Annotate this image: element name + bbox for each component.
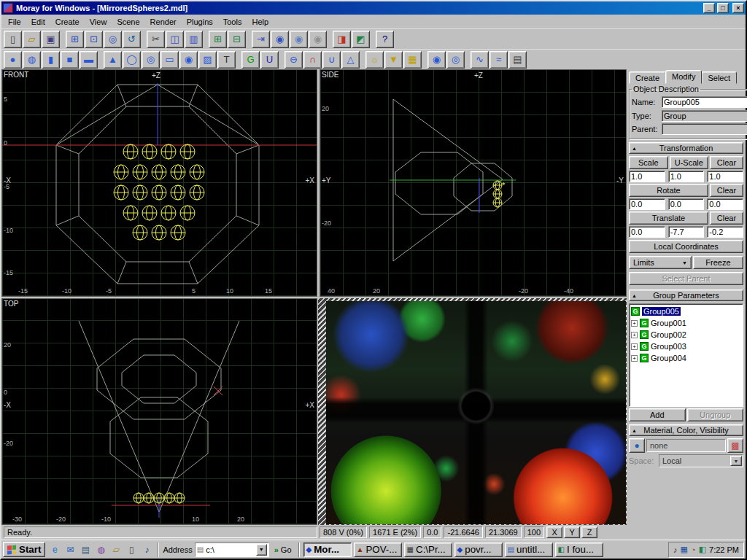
viewport-side[interactable]: * SIDE +Z +Y -Y 20-204020-20-40 <box>320 69 627 297</box>
create-rounded-box-button[interactable]: ▬ <box>80 51 98 69</box>
transformation-header[interactable]: ▲ Transformation <box>629 142 743 154</box>
material-preview-button[interactable]: ● <box>629 438 645 453</box>
menu-item-file[interactable]: File <box>3 16 26 28</box>
create-sphere-button[interactable]: ● <box>4 51 22 69</box>
scale-y-input[interactable] <box>668 171 705 182</box>
channels-icon[interactable]: ◍ <box>93 542 108 557</box>
create-blob-button[interactable]: ◉ <box>179 51 198 69</box>
rotate-y-input[interactable] <box>668 198 705 210</box>
create-cone-button[interactable]: ▲ <box>104 51 122 69</box>
scale-clear-button[interactable]: Clear <box>710 156 743 169</box>
create-cube-button[interactable]: ■ <box>61 51 79 69</box>
menu-item-render[interactable]: Render <box>145 16 182 28</box>
display-icon[interactable]: ▦ <box>681 545 688 554</box>
scale-x-input[interactable] <box>629 171 665 182</box>
group-tree[interactable]: GGroup005+GGroup001+GGroup002+GGroup003+… <box>629 303 743 407</box>
camera-target-button[interactable]: ◎ <box>446 51 465 69</box>
menu-item-create[interactable]: Create <box>50 16 85 28</box>
restore-button[interactable]: □ <box>717 3 729 13</box>
bounding-object-button[interactable]: △ <box>341 51 360 69</box>
network-icon[interactable]: ◧ <box>699 545 706 554</box>
tab-select[interactable]: Select <box>701 71 737 84</box>
group-tree-item[interactable]: +GGroup001 <box>631 317 741 329</box>
copy-button[interactable]: ◫ <box>166 31 184 48</box>
taskbar-window-button[interactable]: ▦C:\Pr... <box>404 542 452 557</box>
point-light-button[interactable]: ☼ <box>365 51 384 69</box>
taskbar-window-button[interactable]: ◧I fou... <box>555 542 603 557</box>
tree-expander-icon[interactable]: + <box>631 343 638 350</box>
limits-dropdown[interactable]: Limits ▼ <box>629 256 692 269</box>
csg-merge-button[interactable]: ∪ <box>322 51 341 69</box>
select-parent-button[interactable]: Select Parent <box>629 272 743 285</box>
translate-y-input[interactable] <box>668 226 705 238</box>
tab-create[interactable]: Create <box>629 71 666 84</box>
scheduler-icon[interactable]: ◔ <box>691 545 696 554</box>
solid-view-button[interactable]: ⊡ <box>85 31 103 48</box>
tree-expander-icon[interactable]: + <box>631 332 638 338</box>
add-button[interactable]: Add <box>629 408 686 421</box>
document-icon[interactable]: ▯ <box>124 542 139 557</box>
zoom-extents-button[interactable]: ⇥ <box>252 31 270 48</box>
axis-y-button[interactable]: Y <box>564 526 580 538</box>
freeze-button[interactable]: Freeze <box>693 256 743 269</box>
dropdown-arrow-icon[interactable]: ▼ <box>730 456 742 466</box>
preview-view-button[interactable]: ◎ <box>104 31 122 48</box>
save-file-button[interactable]: ▣ <box>42 31 60 48</box>
outlook-icon[interactable]: ✉ <box>63 542 77 557</box>
menu-item-plugins[interactable]: Plugins <box>182 16 218 28</box>
folder-icon[interactable]: ▱ <box>109 542 123 557</box>
tree-expander-icon[interactable]: + <box>631 320 638 327</box>
taskbar-window-button[interactable]: ▤untitl... <box>505 542 553 557</box>
menu-item-help[interactable]: Help <box>247 16 274 28</box>
area-light-button[interactable]: ▦ <box>403 51 422 69</box>
translate-button[interactable]: Translate <box>629 211 708 225</box>
create-ellipsoid-button[interactable]: ◍ <box>23 51 41 69</box>
translate-z-input[interactable] <box>707 226 743 238</box>
help-button[interactable]: ? <box>376 31 394 48</box>
paste-button[interactable]: ▥ <box>185 31 203 48</box>
taskbar-window-button[interactable]: ◆povr... <box>454 542 503 557</box>
uscale-button[interactable]: U-Scale <box>670 156 709 169</box>
scale-z-input[interactable] <box>707 171 743 182</box>
cut-button[interactable]: ✂ <box>147 31 165 48</box>
rotate-clear-button[interactable]: Clear <box>710 184 743 197</box>
redraw-views-button[interactable]: ↺ <box>123 31 141 48</box>
rotate-button[interactable]: Rotate <box>629 184 708 197</box>
create-text-button[interactable]: T <box>217 51 236 69</box>
create-heightfield-button[interactable]: ▨ <box>198 51 217 69</box>
group-tree-item[interactable]: +GGroup002 <box>631 329 741 341</box>
minimize-button[interactable]: _ <box>703 3 715 13</box>
render-scene-button[interactable]: ◨ <box>333 31 351 48</box>
menu-item-edit[interactable]: Edit <box>26 16 50 28</box>
csg-intersection-button[interactable]: ∩ <box>303 51 322 69</box>
media-icon[interactable]: ♪ <box>139 542 154 557</box>
material-name-field[interactable]: none <box>646 439 726 452</box>
space-dropdown[interactable]: Local ▼ <box>659 454 743 467</box>
name-input[interactable] <box>662 96 747 108</box>
taskbar-window-button[interactable]: ▲POV-... <box>354 542 402 557</box>
snap-toggle-button[interactable]: ◉ <box>271 31 289 48</box>
open-file-button[interactable]: ▱ <box>23 31 41 48</box>
grid-increase-button[interactable]: ⊞ <box>209 31 227 48</box>
viewport-top[interactable]: TOP -X +X 200-20-30-20-101020 <box>1 298 317 525</box>
show-desktop-icon[interactable]: ▤ <box>78 542 93 557</box>
menu-item-scene[interactable]: Scene <box>112 16 144 28</box>
start-button[interactable]: Start <box>3 542 45 557</box>
import-udo-button[interactable]: ▤ <box>508 51 527 69</box>
scale-button[interactable]: Scale <box>629 156 668 169</box>
create-group-button[interactable]: G <box>241 51 260 69</box>
internet-explorer-icon[interactable]: e <box>47 542 62 557</box>
create-disc-button[interactable]: ◯ <box>123 51 141 69</box>
translate-clear-button[interactable]: Clear <box>710 211 743 225</box>
create-sor-button[interactable]: ∿ <box>471 51 489 69</box>
axis-toggle-button[interactable]: ◉ <box>309 31 327 48</box>
translate-x-input[interactable] <box>629 226 665 238</box>
tab-modify[interactable]: Modify <box>665 70 702 84</box>
ungroup-button[interactable]: Ungroup <box>687 408 744 421</box>
spot-light-button[interactable]: ▼ <box>384 51 403 69</box>
create-plane-button[interactable]: ▭ <box>160 51 179 69</box>
viewport-front[interactable]: FRONT +Z -X +X 50-5-10-15-15-10-551015 <box>1 69 317 297</box>
group-tree-item[interactable]: +GGroup004 <box>631 352 741 364</box>
menu-item-tools[interactable]: Tools <box>218 16 247 28</box>
origin-toggle-button[interactable]: ◉ <box>290 31 308 48</box>
